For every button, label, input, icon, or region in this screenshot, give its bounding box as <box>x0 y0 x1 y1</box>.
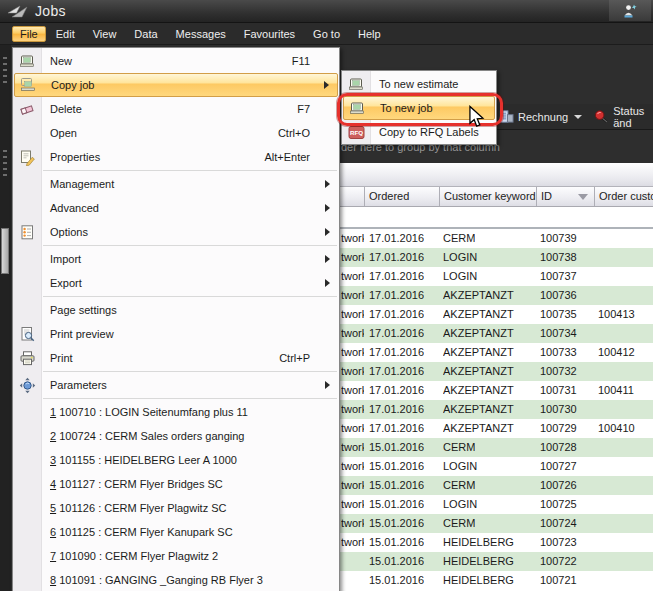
menu-item-101125-cerm-flyer-kanupark-sc[interactable]: 6 101125 : CERM Flyer Kanupark SC <box>14 520 338 544</box>
user-button[interactable] <box>609 0 651 21</box>
menu-item-shortcut: Ctrl+P <box>279 352 310 364</box>
table-row[interactable]: twork17.01.2016AKZEPTANZT100730 <box>340 400 653 419</box>
cell-id: 100729 <box>540 419 577 438</box>
menubar-item-help[interactable]: Help <box>350 26 389 42</box>
menu-item-101126-cerm-flyer-plagwitz-sc[interactable]: 5 101126 : CERM Flyer Plagwitz SC <box>14 496 338 520</box>
column-header-ordered[interactable]: Ordered <box>365 187 440 206</box>
menu-item-print[interactable]: PrintCtrl+P <box>14 346 338 370</box>
window-title: Jobs <box>35 3 66 19</box>
table-row[interactable]: twork17.01.2016AKZEPTANZT100734 <box>340 324 653 343</box>
column-header-customer-keyword[interactable]: Customer keyword <box>440 187 537 206</box>
cell-customer-keyword: AKZEPTANZT <box>443 381 514 400</box>
menu-item-options[interactable]: Options <box>14 220 338 244</box>
cell-order-customer: 100410 <box>598 419 635 438</box>
table-row[interactable]: twork15.01.2016HEIDELBERG100723 <box>340 533 653 552</box>
menubar-item-favourites[interactable]: Favourites <box>236 26 303 42</box>
table-row[interactable]: twork17.01.2016LOGIN100738 <box>340 248 653 267</box>
table-row[interactable]: twork15.01.2016CERM100726 <box>340 476 653 495</box>
cell-id: 100734 <box>540 324 577 343</box>
cell-customer-keyword: AKZEPTANZT <box>443 324 514 343</box>
menubar-item-edit[interactable]: Edit <box>48 26 83 42</box>
table-row[interactable]: twork15.01.2016LOGIN100727 <box>340 457 653 476</box>
menu-item-label: Print preview <box>50 328 114 340</box>
menu-item-print-preview[interactable]: Print preview <box>14 322 338 346</box>
title-bar: Jobs <box>0 0 653 23</box>
dock-grip[interactable] <box>3 150 7 176</box>
cell-id: 100737 <box>540 267 577 286</box>
cell-id: 100732 <box>540 362 577 381</box>
menu-item-advanced[interactable]: Advanced <box>14 196 338 220</box>
menu-item-management[interactable]: Management <box>14 172 338 196</box>
menu-item-101127-cerm-flyer-bridges-sc[interactable]: 4 101127 : CERM Flyer Bridges SC <box>14 472 338 496</box>
column-header-order-customer[interactable]: Order custo <box>595 187 653 206</box>
menu-bar: FileEditViewDataMessagesFavouritesGo toH… <box>0 23 653 45</box>
menu-item-new[interactable]: NewF11 <box>14 49 338 73</box>
table-row[interactable]: twork17.01.2016AKZEPTANZT100733100412 <box>340 343 653 362</box>
cell-customer-keyword: LOGIN <box>443 248 477 267</box>
column-header-id[interactable]: ID <box>537 187 595 206</box>
dock-scroll-thumb[interactable] <box>1 228 9 274</box>
menu-item-100710-login-seitenumfang-plus-11[interactable]: 1 100710 : LOGIN Seitenumfang plus 11 <box>14 400 338 424</box>
menu-item-properties[interactable]: PropertiesAlt+Enter <box>14 145 338 169</box>
cell-artwork: twork <box>341 514 364 533</box>
rechnung-button[interactable]: Rechnung <box>496 106 585 127</box>
menu-item-page-settings[interactable]: Page settings <box>14 298 338 322</box>
menu-item-101155-heidelberg-leer-a-1000[interactable]: 3 101155 : HEIDELBERG Leer A 1000 <box>14 448 338 472</box>
dock-grip[interactable] <box>3 57 7 83</box>
menu-item-delete[interactable]: DeleteF7 <box>14 97 338 121</box>
table-row[interactable]: twork17.01.2016AKZEPTANZT100732 <box>340 362 653 381</box>
file-menu-popup: NewF11rect x="2.5" y="3" width="11" heig… <box>12 47 340 591</box>
properties-icon <box>19 149 36 166</box>
menubar-item-data[interactable]: Data <box>126 26 165 42</box>
cell-id: 100736 <box>540 286 577 305</box>
cell-artwork: twork <box>341 362 364 381</box>
cell-ordered: 17.01.2016 <box>369 248 424 267</box>
menu-item-100724-cerm-sales-orders-ganging[interactable]: 2 100724 : CERM Sales orders ganging <box>14 424 338 448</box>
column-header-artwork[interactable] <box>340 187 365 206</box>
rfq-icon: RFQ <box>348 124 365 141</box>
cell-id: 100721 <box>540 571 577 590</box>
cell-customer-keyword: CERM <box>443 514 475 533</box>
menu-item-import[interactable]: Import <box>14 247 338 271</box>
grid-filter-row[interactable] <box>340 207 653 229</box>
table-row[interactable]: twork17.01.2016AKZEPTANZT100736 <box>340 286 653 305</box>
menu-separator <box>43 245 337 246</box>
menu-item-open[interactable]: OpenCtrl+O <box>14 121 338 145</box>
table-row[interactable]: twork15.01.2016CERM100724 <box>340 514 653 533</box>
menu-item-label: Properties <box>50 151 100 163</box>
cell-artwork: twork <box>341 267 364 286</box>
menu-item-101091-ganging-ganging-rb-flyer-3[interactable]: 8 101091 : GANGING _Ganging RB Flyer 3 <box>14 568 338 591</box>
cell-ordered: 15.01.2016 <box>369 552 424 571</box>
cell-order-customer: 100413 <box>598 305 635 324</box>
table-row[interactable]: 15.01.2016HEIDELBERG100721 <box>340 571 653 590</box>
table-row[interactable]: twork15.01.2016LOGIN100725 <box>340 495 653 514</box>
menu-item-copy-job[interactable]: rect x="2.5" y="3" width="11" height="8"… <box>14 73 338 97</box>
menubar-item-file[interactable]: File <box>12 26 46 42</box>
mouse-cursor-icon <box>468 105 486 129</box>
menubar-item-view[interactable]: View <box>85 26 125 42</box>
table-row[interactable]: twork15.01.2016CERM100728 <box>340 438 653 457</box>
menu-item-101090-cerm-flyer-plagwitz-2[interactable]: 7 101090 : CERM Flyer Plagwitz 2 <box>14 544 338 568</box>
user-icon <box>622 3 638 19</box>
table-row[interactable]: 15.01.2016HEIDELBERG100722 <box>340 552 653 571</box>
table-row[interactable]: twork17.01.2016AKZEPTANZT100731100411 <box>340 381 653 400</box>
menu-item-export[interactable]: Export <box>14 271 338 295</box>
cell-customer-keyword: CERM <box>443 438 475 457</box>
table-row[interactable]: twork17.01.2016LOGIN100737 <box>340 267 653 286</box>
menu-item-label: Management <box>50 178 114 190</box>
status-change-button[interactable]: Status änd <box>591 106 653 127</box>
svg-text:RFQ: RFQ <box>350 129 363 136</box>
table-row[interactable]: twork17.01.2016AKZEPTANZT100735100413 <box>340 305 653 324</box>
table-row[interactable]: twork17.01.2016AKZEPTANZT100729100410 <box>340 419 653 438</box>
table-row[interactable]: twork17.01.2016CERM100739 <box>340 229 653 248</box>
submenu-arrow-icon <box>325 180 330 188</box>
grid-header-row: Ordered Customer keyword ID Order custo <box>340 187 653 207</box>
recent-item-number: 6 <box>50 526 56 538</box>
cell-artwork: twork <box>341 533 364 552</box>
menubar-item-messages[interactable]: Messages <box>168 26 234 42</box>
jobs-window: Jobs FileEditViewDataMessagesFavouritesG… <box>0 0 653 591</box>
menubar-item-go-to[interactable]: Go to <box>305 26 348 42</box>
cell-ordered: 17.01.2016 <box>369 229 424 248</box>
menu-item-parameters[interactable]: Parameters <box>14 373 338 397</box>
cell-id: 100726 <box>540 476 577 495</box>
